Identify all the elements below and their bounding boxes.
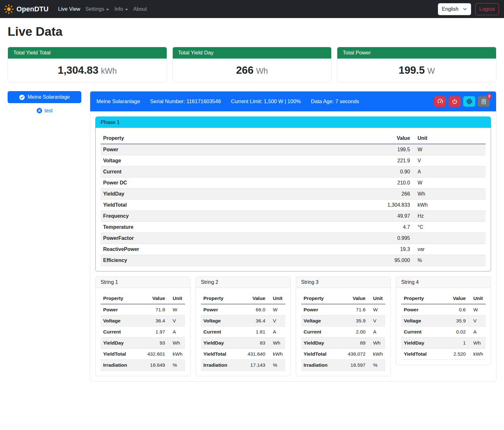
- value-cell: 18.649: [138, 360, 168, 371]
- nav-settings[interactable]: Settings: [83, 3, 112, 15]
- inverter-panel-body: Phase 1 PropertyValueUnitPower199.5WVolt…: [90, 111, 496, 381]
- x-circle-icon: [36, 108, 42, 114]
- unit-cell: kWh: [268, 349, 285, 360]
- table-row: Voltage35.9V: [301, 315, 386, 327]
- table-row: YieldTotal432.601kWh: [101, 349, 185, 360]
- power-toggle-button[interactable]: [449, 96, 461, 107]
- table-header-row: PropertyValueUnit: [301, 293, 386, 304]
- property-cell: Power DC: [101, 178, 287, 189]
- unit-cell: Wh: [468, 338, 486, 349]
- unit-cell: W: [468, 304, 486, 315]
- table-row: Current1.81A: [201, 327, 285, 338]
- unit-cell: A: [368, 327, 385, 338]
- string-table: PropertyValueUnitPower0.6WVoltage35.9VCu…: [401, 293, 486, 360]
- unit-cell: Wh: [368, 338, 385, 349]
- column-header-property: Property: [301, 293, 339, 304]
- table-row: Power71.6W: [301, 304, 386, 315]
- property-cell: Power: [201, 304, 239, 315]
- unit-cell: var: [413, 244, 486, 255]
- table-row: Current0.90A: [101, 166, 486, 178]
- card-unit: W: [427, 66, 435, 75]
- event-count-badge: 2: [487, 94, 492, 99]
- string-card-2: String 2 PropertyValueUnitPower66.0WVolt…: [196, 277, 291, 376]
- property-cell: Voltage: [101, 155, 287, 166]
- string-body: PropertyValueUnitPower71.6WVoltage35.9VC…: [296, 288, 391, 376]
- event-log-button[interactable]: 2: [478, 96, 490, 107]
- unit-cell: Wh: [413, 189, 486, 200]
- card-body: 199.5W: [337, 59, 496, 82]
- unit-cell: kWh: [368, 349, 385, 360]
- sidebar-item-meine-solaranlage[interactable]: Meine Solaranlage: [8, 91, 81, 103]
- card-value: 266: [236, 64, 253, 76]
- sidebar-item-test[interactable]: test: [8, 107, 81, 114]
- brand[interactable]: OpenDTU: [4, 4, 48, 14]
- table-row: Current2.00A: [301, 327, 386, 338]
- card-body: 266Wh: [173, 59, 332, 82]
- limit-settings-button[interactable]: [434, 96, 446, 107]
- value-cell: 1.81: [238, 327, 268, 338]
- nav-live-view[interactable]: Live View: [55, 3, 83, 15]
- column-header-unit: Unit: [268, 293, 285, 304]
- phase-card: Phase 1 PropertyValueUnitPower199.5WVolt…: [95, 116, 491, 271]
- property-cell: Voltage: [401, 315, 442, 327]
- summary-cards: Total Yield Total 1,304.83kWh Total Yiel…: [8, 47, 496, 82]
- unit-cell: V: [468, 315, 486, 327]
- nav-settings-label: Settings: [85, 6, 104, 12]
- strings-row: String 1 PropertyValueUnitPower71.8WVolt…: [95, 277, 491, 376]
- sidebar-item-label: test: [45, 108, 53, 114]
- value-cell: 95.000: [287, 255, 413, 266]
- table-row: Irradiation18.597%: [301, 360, 386, 371]
- language-select[interactable]: English: [438, 3, 471, 15]
- card-title: Total Yield Total: [8, 47, 167, 59]
- property-cell: Voltage: [101, 315, 138, 327]
- unit-cell: %: [268, 360, 285, 371]
- nav-about[interactable]: About: [131, 3, 149, 15]
- column-header-value: Value: [138, 293, 168, 304]
- string-table: PropertyValueUnitPower71.6WVoltage35.9VC…: [301, 293, 386, 371]
- live-data-page: Live Data Total Yield Total 1,304.83kWh …: [0, 25, 504, 391]
- inverter-panel-header: Meine Solaranlage Serial Number: 1161716…: [90, 91, 496, 111]
- value-cell: 2.00: [339, 327, 368, 338]
- device-info-button[interactable]: [463, 96, 475, 107]
- inverter-actions: 2: [434, 96, 490, 107]
- unit-cell: °C: [413, 222, 486, 233]
- property-cell: Power: [101, 304, 138, 315]
- property-cell: Power: [101, 144, 287, 155]
- unit-cell: %: [368, 360, 385, 371]
- logout-button[interactable]: Logout: [475, 3, 499, 15]
- table-row: PowerFactor0.995: [101, 233, 486, 244]
- property-cell: Current: [301, 327, 339, 338]
- value-cell: 89: [339, 338, 368, 349]
- property-cell: Irradiation: [101, 360, 138, 371]
- table-row: Frequency49.97Hz: [101, 211, 486, 222]
- value-cell: 66.0: [238, 304, 268, 315]
- unit-cell: Hz: [413, 211, 486, 222]
- value-cell: 432.601: [138, 349, 168, 360]
- property-cell: Frequency: [101, 211, 287, 222]
- column-header-value: Value: [442, 293, 468, 304]
- nav-info[interactable]: Info: [112, 3, 131, 15]
- sidebar-item-label: Meine Solaranlage: [28, 94, 70, 100]
- string-card-4: String 4 PropertyValueUnitPower0.6WVolta…: [396, 277, 491, 365]
- table-header-row: PropertyValueUnit: [201, 293, 285, 304]
- value-cell: 0.995: [287, 233, 413, 244]
- property-cell: Irradiation: [201, 360, 239, 371]
- property-cell: YieldDay: [101, 338, 138, 349]
- property-cell: YieldTotal: [401, 349, 442, 360]
- property-cell: Current: [101, 327, 138, 338]
- total-power-card: Total Power 199.5W: [337, 47, 496, 82]
- table-row: ReactivePower19.3var: [101, 244, 486, 255]
- value-cell: 18.597: [339, 360, 368, 371]
- unit-cell: Wh: [168, 338, 185, 349]
- table-row: YieldDay93Wh: [101, 338, 185, 349]
- table-row: Power66.0W: [201, 304, 285, 315]
- inverter-name: Meine Solaranlage: [96, 98, 140, 104]
- table-row: YieldDay89Wh: [301, 338, 386, 349]
- value-cell: 71.6: [339, 304, 368, 315]
- unit-cell: V: [368, 315, 385, 327]
- card-body: 1,304.83kWh: [8, 59, 167, 82]
- table-header-row: PropertyValueUnit: [101, 133, 486, 144]
- property-cell: Efficiency: [101, 255, 287, 266]
- property-cell: Current: [401, 327, 442, 338]
- value-cell: 19.3: [287, 244, 413, 255]
